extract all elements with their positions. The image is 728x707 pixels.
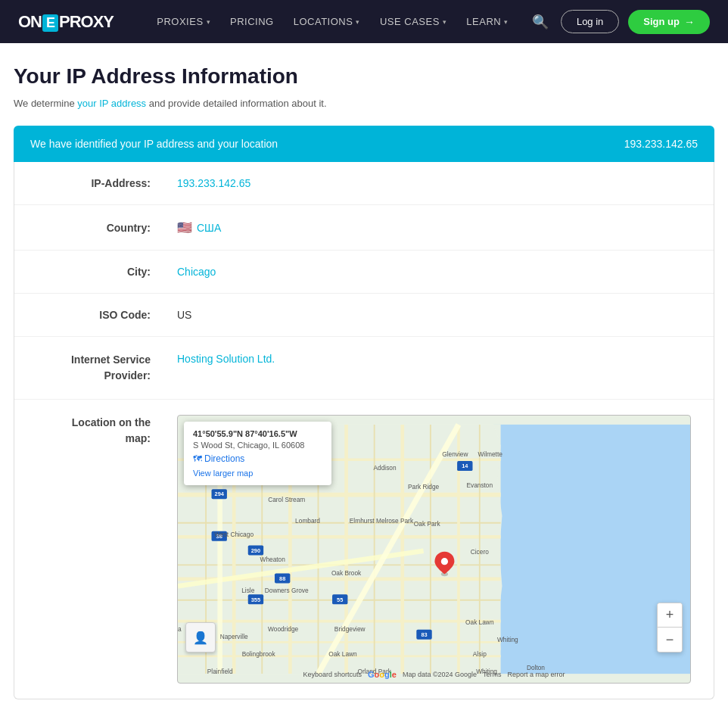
- navbar: ONEPROXY PROXIES ▾ PRICING LOCATIONS ▾ U…: [0, 0, 728, 43]
- view-larger-map[interactable]: View larger map: [193, 469, 322, 478]
- nav-locations-chevron: ▾: [356, 18, 360, 26]
- svg-text:Oak Lawn: Oak Lawn: [465, 618, 494, 626]
- svg-text:Glenview: Glenview: [442, 450, 468, 458]
- iso-value: US: [177, 309, 191, 321]
- svg-text:Evanston: Evanston: [466, 481, 493, 489]
- isp-row: Internet ServiceProvider: Hosting Soluti…: [14, 337, 714, 400]
- popup-coords: 41°50'55.9"N 87°40'16.5"W: [193, 429, 304, 438]
- info-banner: We have identified your IP address and y…: [14, 126, 714, 162]
- map-popup: 41°50'55.9"N 87°40'16.5"W S Wood St, Chi…: [184, 422, 331, 485]
- popup-address: S Wood St, Chicago, IL 60608: [193, 441, 304, 450]
- nav-learn-label: LEARN: [466, 16, 501, 27]
- country-name: США: [197, 222, 221, 234]
- nav-proxies-chevron: ▾: [207, 18, 211, 26]
- ip-address-label: IP-Address:: [37, 177, 177, 189]
- keyboard-shortcuts[interactable]: Keyboard shortcuts: [303, 671, 362, 678]
- isp-label: Internet ServiceProvider:: [37, 352, 177, 384]
- svg-text:83: 83: [421, 631, 427, 638]
- map-container: 290 294 355 55 83 14: [177, 415, 691, 684]
- svg-text:Wilmette: Wilmette: [478, 450, 502, 458]
- svg-text:355: 355: [251, 596, 260, 603]
- nav-use-cases-label: USE CASES: [380, 16, 440, 27]
- ip-address-value[interactable]: 193.233.142.65: [177, 177, 250, 189]
- subtitle-link[interactable]: your IP address: [77, 98, 146, 109]
- ip-address-row: IP-Address: 193.233.142.65: [14, 162, 714, 205]
- nav-pricing-label: PRICING: [230, 16, 274, 27]
- svg-text:West Chicago: West Chicago: [214, 531, 254, 538]
- banner-text: We have identified your IP address and y…: [30, 138, 278, 150]
- svg-text:Park Ridge: Park Ridge: [408, 483, 440, 491]
- map-data-credit: Map data ©2024 Google: [403, 671, 477, 678]
- logo-on: ON: [18, 12, 42, 31]
- svg-text:Downers Grove: Downers Grove: [265, 587, 309, 594]
- nav-use-cases[interactable]: USE CASES ▾: [371, 10, 456, 33]
- search-button[interactable]: 🔍: [529, 11, 552, 33]
- popup-directions[interactable]: 🗺 Directions: [193, 453, 304, 464]
- svg-text:294: 294: [215, 491, 225, 497]
- svg-text:14: 14: [462, 463, 468, 469]
- svg-text:Lombard: Lombard: [295, 517, 320, 525]
- nav-proxies[interactable]: PROXIES ▾: [148, 10, 219, 33]
- nav-links: PROXIES ▾ PRICING LOCATIONS ▾ USE CASES …: [136, 10, 529, 33]
- iso-row: ISO Code: US: [14, 294, 714, 337]
- zoom-in-icon: +: [666, 607, 674, 623]
- nav-use-cases-chevron: ▾: [443, 18, 447, 26]
- map-label: Location on themap:: [37, 415, 177, 447]
- street-view[interactable]: 👤: [185, 622, 216, 652]
- ip-info-card: IP-Address: 193.233.142.65 Country: 🇺🇸 С…: [14, 162, 714, 699]
- nav-pricing[interactable]: PRICING: [221, 10, 283, 33]
- logo-e-box: E: [42, 14, 58, 32]
- svg-text:Lisle: Lisle: [241, 587, 254, 594]
- svg-text:Wheaton: Wheaton: [260, 556, 286, 563]
- svg-text:88: 88: [279, 575, 285, 582]
- page-title: Your IP Address Information: [14, 64, 714, 89]
- city-row: City: Chicago: [14, 251, 714, 294]
- svg-text:Oak Brook: Oak Brook: [331, 569, 362, 577]
- country-value: 🇺🇸 США: [177, 220, 221, 235]
- svg-text:290: 290: [251, 547, 260, 554]
- svg-text:Naperville: Naperville: [220, 633, 248, 640]
- svg-text:Whiting: Whiting: [497, 636, 518, 643]
- banner-ip: 193.233.142.65: [624, 138, 698, 150]
- search-icon: 🔍: [532, 14, 549, 30]
- isp-value[interactable]: Hosting Solution Ltd.: [177, 353, 275, 365]
- zoom-out-icon: −: [666, 632, 674, 648]
- zoom-in-button[interactable]: +: [658, 603, 682, 628]
- svg-text:Plainfield: Plainfield: [207, 668, 233, 675]
- logo-proxy: PROXY: [59, 12, 114, 31]
- svg-text:55: 55: [337, 596, 343, 603]
- nav-proxies-label: PROXIES: [157, 16, 203, 27]
- terms-link[interactable]: Terms: [483, 671, 502, 678]
- nav-learn[interactable]: LEARN ▾: [457, 10, 517, 33]
- nav-locations-label: LOCATIONS: [294, 16, 353, 27]
- map-footer: Keyboard shortcuts Google Map data ©2024…: [303, 670, 565, 679]
- login-button[interactable]: Log in: [561, 10, 619, 33]
- svg-text:Bolingbrook: Bolingbrook: [242, 650, 276, 658]
- map-controls: + −: [657, 603, 683, 652]
- svg-text:Woodridge: Woodridge: [268, 625, 298, 633]
- directions-label: Directions: [204, 453, 244, 464]
- signup-button[interactable]: Sign up →: [628, 10, 710, 34]
- svg-text:a: a: [178, 625, 182, 633]
- google-logo: Google: [368, 670, 397, 679]
- login-label: Log in: [577, 16, 603, 27]
- zoom-out-button[interactable]: −: [658, 628, 682, 652]
- svg-text:Bridgeview: Bridgeview: [334, 625, 366, 633]
- nav-locations[interactable]: LOCATIONS ▾: [285, 10, 369, 33]
- page-subtitle: We determine your IP address and provide…: [14, 98, 714, 109]
- signup-arrow-icon: →: [684, 16, 695, 28]
- report-error-link[interactable]: Report a map error: [508, 671, 565, 678]
- svg-text:Elmhurst Melrose Park: Elmhurst Melrose Park: [350, 517, 414, 525]
- iso-label: ISO Code:: [37, 309, 177, 321]
- city-value[interactable]: Chicago: [177, 266, 216, 278]
- svg-text:Alsip: Alsip: [473, 650, 487, 658]
- map-row: Location on themap:: [14, 400, 714, 699]
- view-larger-label: View larger map: [193, 469, 253, 478]
- directions-icon: 🗺: [193, 453, 202, 464]
- main-content: Your IP Address Information We determine…: [0, 43, 728, 707]
- logo[interactable]: ONEPROXY: [18, 12, 114, 32]
- country-label: Country:: [37, 222, 177, 234]
- svg-text:Addison: Addison: [374, 464, 397, 472]
- svg-text:Oak Lawn: Oak Lawn: [328, 650, 357, 658]
- svg-text:Carol Stream: Carol Stream: [268, 496, 305, 503]
